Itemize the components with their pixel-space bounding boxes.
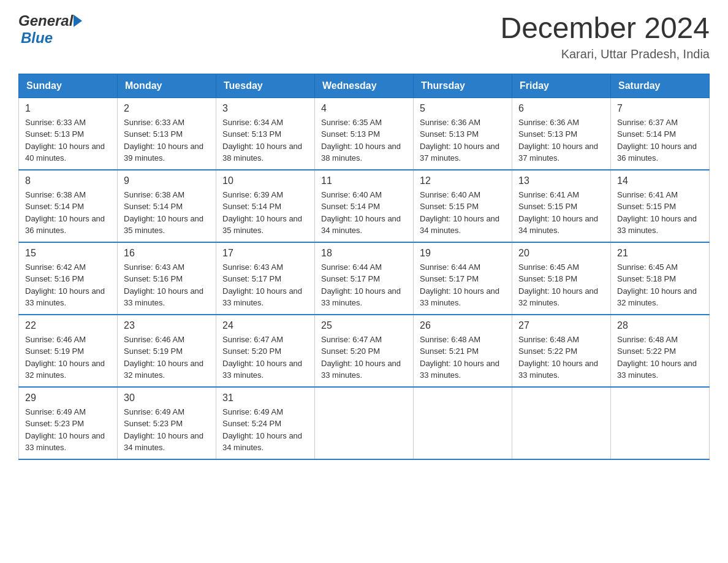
sunset-label: Sunset: 5:22 PM (617, 347, 676, 356)
sunrise-label: Sunrise: 6:38 AM (25, 190, 86, 199)
header-sunday: Sunday (19, 74, 118, 98)
day-number: 8 (25, 175, 111, 186)
day-number: 24 (222, 320, 308, 331)
daylight-label: Daylight: 10 hours and 32 minutes. (25, 359, 105, 380)
calendar-cell: 11 Sunrise: 6:40 AM Sunset: 5:14 PM Dayl… (315, 170, 414, 242)
day-number: 17 (222, 248, 308, 259)
calendar-week-1: 1 Sunrise: 6:33 AM Sunset: 5:13 PM Dayli… (19, 98, 710, 170)
day-info: Sunrise: 6:36 AM Sunset: 5:13 PM Dayligh… (420, 117, 506, 164)
title-section: December 2024 Karari, Uttar Pradesh, Ind… (500, 12, 710, 61)
daylight-label: Daylight: 10 hours and 37 minutes. (518, 142, 598, 163)
sunrise-label: Sunrise: 6:46 AM (124, 335, 184, 344)
calendar-cell: 8 Sunrise: 6:38 AM Sunset: 5:14 PM Dayli… (19, 170, 118, 242)
daylight-label: Daylight: 10 hours and 32 minutes. (518, 286, 598, 308)
calendar-cell: 26 Sunrise: 6:48 AM Sunset: 5:21 PM Dayl… (414, 315, 512, 387)
sunrise-label: Sunrise: 6:41 AM (518, 190, 579, 199)
day-number: 20 (518, 248, 604, 259)
sunrise-label: Sunrise: 6:43 AM (222, 262, 283, 272)
sunset-label: Sunset: 5:17 PM (321, 274, 380, 283)
sunrise-label: Sunrise: 6:46 AM (25, 335, 86, 344)
sunset-label: Sunset: 5:19 PM (25, 347, 84, 356)
calendar-week-2: 8 Sunrise: 6:38 AM Sunset: 5:14 PM Dayli… (19, 170, 710, 242)
calendar-table: Sunday Monday Tuesday Wednesday Thursday… (18, 74, 710, 460)
calendar-cell: 6 Sunrise: 6:36 AM Sunset: 5:13 PM Dayli… (512, 98, 611, 170)
daylight-label: Daylight: 10 hours and 33 minutes. (321, 359, 401, 380)
sunset-label: Sunset: 5:16 PM (124, 274, 183, 283)
calendar-cell (512, 387, 611, 459)
day-number: 25 (321, 320, 407, 331)
header-row: Sunday Monday Tuesday Wednesday Thursday… (19, 74, 710, 98)
day-info: Sunrise: 6:40 AM Sunset: 5:14 PM Dayligh… (321, 189, 407, 237)
day-number: 29 (25, 393, 111, 404)
day-number: 1 (25, 103, 111, 114)
day-number: 10 (222, 175, 308, 186)
day-number: 15 (25, 248, 111, 259)
daylight-label: Daylight: 10 hours and 34 minutes. (321, 214, 401, 236)
day-info: Sunrise: 6:43 AM Sunset: 5:16 PM Dayligh… (124, 261, 210, 309)
sunset-label: Sunset: 5:14 PM (25, 202, 84, 211)
sunrise-label: Sunrise: 6:37 AM (617, 118, 678, 127)
daylight-label: Daylight: 10 hours and 33 minutes. (420, 286, 499, 308)
sunset-label: Sunset: 5:15 PM (420, 202, 479, 211)
daylight-label: Daylight: 10 hours and 33 minutes. (518, 359, 598, 380)
day-number: 12 (420, 175, 506, 186)
sunrise-label: Sunrise: 6:45 AM (518, 262, 579, 272)
logo-arrow-icon (74, 15, 82, 27)
logo: General Blue (18, 12, 83, 47)
sunset-label: Sunset: 5:14 PM (321, 202, 380, 211)
day-info: Sunrise: 6:48 AM Sunset: 5:21 PM Dayligh… (420, 334, 506, 381)
calendar-cell (611, 387, 710, 459)
header-tuesday: Tuesday (216, 74, 315, 98)
day-info: Sunrise: 6:37 AM Sunset: 5:14 PM Dayligh… (617, 117, 703, 164)
day-info: Sunrise: 6:33 AM Sunset: 5:13 PM Dayligh… (124, 117, 210, 164)
sunset-label: Sunset: 5:13 PM (518, 129, 577, 139)
sunset-label: Sunset: 5:13 PM (222, 129, 281, 139)
day-info: Sunrise: 6:42 AM Sunset: 5:16 PM Dayligh… (25, 261, 111, 309)
calendar-cell: 28 Sunrise: 6:48 AM Sunset: 5:22 PM Dayl… (611, 315, 710, 387)
calendar-cell: 29 Sunrise: 6:49 AM Sunset: 5:23 PM Dayl… (19, 387, 118, 459)
day-number: 5 (420, 103, 506, 114)
month-title: December 2024 (500, 12, 710, 45)
calendar-cell: 25 Sunrise: 6:47 AM Sunset: 5:20 PM Dayl… (315, 315, 414, 387)
header-wednesday: Wednesday (315, 74, 414, 98)
daylight-label: Daylight: 10 hours and 33 minutes. (617, 359, 697, 380)
day-info: Sunrise: 6:47 AM Sunset: 5:20 PM Dayligh… (222, 334, 308, 381)
sunset-label: Sunset: 5:18 PM (617, 274, 676, 283)
calendar-body: 1 Sunrise: 6:33 AM Sunset: 5:13 PM Dayli… (19, 98, 710, 459)
calendar-week-5: 29 Sunrise: 6:49 AM Sunset: 5:23 PM Dayl… (19, 387, 710, 459)
sunset-label: Sunset: 5:16 PM (25, 274, 84, 283)
sunset-label: Sunset: 5:13 PM (321, 129, 380, 139)
sunrise-label: Sunrise: 6:48 AM (518, 335, 579, 344)
day-number: 31 (222, 393, 308, 404)
day-number: 7 (617, 103, 703, 114)
daylight-label: Daylight: 10 hours and 36 minutes. (617, 142, 697, 163)
sunrise-label: Sunrise: 6:48 AM (617, 335, 678, 344)
sunrise-label: Sunrise: 6:49 AM (25, 407, 86, 416)
sunrise-label: Sunrise: 6:44 AM (321, 262, 382, 272)
day-info: Sunrise: 6:43 AM Sunset: 5:17 PM Dayligh… (222, 261, 308, 309)
day-info: Sunrise: 6:33 AM Sunset: 5:13 PM Dayligh… (25, 117, 111, 164)
day-info: Sunrise: 6:46 AM Sunset: 5:19 PM Dayligh… (124, 334, 210, 381)
day-number: 27 (518, 320, 604, 331)
header-monday: Monday (118, 74, 216, 98)
sunset-label: Sunset: 5:19 PM (124, 347, 183, 356)
sunset-label: Sunset: 5:24 PM (222, 419, 281, 428)
day-info: Sunrise: 6:38 AM Sunset: 5:14 PM Dayligh… (25, 189, 111, 237)
sunrise-label: Sunrise: 6:38 AM (124, 190, 184, 199)
daylight-label: Daylight: 10 hours and 33 minutes. (222, 286, 302, 308)
sunrise-label: Sunrise: 6:39 AM (222, 190, 283, 199)
calendar-cell: 31 Sunrise: 6:49 AM Sunset: 5:24 PM Dayl… (216, 387, 315, 459)
page-header: General Blue December 2024 Karari, Uttar… (18, 12, 710, 61)
calendar-cell: 2 Sunrise: 6:33 AM Sunset: 5:13 PM Dayli… (118, 98, 216, 170)
sunrise-label: Sunrise: 6:47 AM (321, 335, 382, 344)
day-number: 30 (124, 393, 210, 404)
daylight-label: Daylight: 10 hours and 35 minutes. (222, 214, 302, 236)
calendar-cell: 30 Sunrise: 6:49 AM Sunset: 5:23 PM Dayl… (118, 387, 216, 459)
day-number: 13 (518, 175, 604, 186)
header-thursday: Thursday (414, 74, 512, 98)
sunset-label: Sunset: 5:14 PM (222, 202, 281, 211)
calendar-cell: 23 Sunrise: 6:46 AM Sunset: 5:19 PM Dayl… (118, 315, 216, 387)
sunset-label: Sunset: 5:15 PM (617, 202, 676, 211)
daylight-label: Daylight: 10 hours and 37 minutes. (420, 142, 499, 163)
calendar-cell: 14 Sunrise: 6:41 AM Sunset: 5:15 PM Dayl… (611, 170, 710, 242)
